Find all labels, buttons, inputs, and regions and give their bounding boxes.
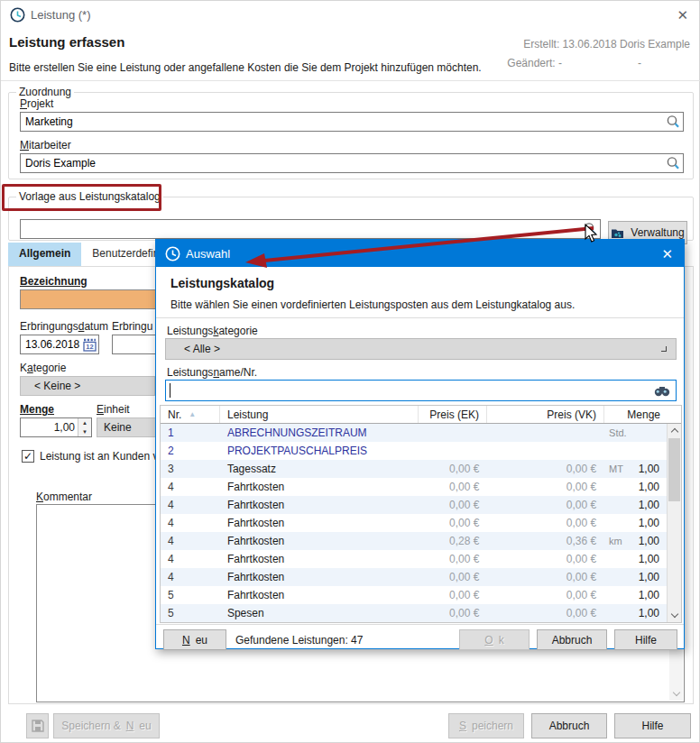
clock-icon (10, 7, 25, 23)
table-row[interactable]: 5Fahrtkosten0,00 €0,00 €1,00 (161, 586, 667, 604)
close-icon[interactable]: ✕ (661, 246, 673, 262)
dialog-hilfe-button[interactable]: Hilfe (614, 629, 677, 650)
stepper-up-icon[interactable]: ▲ (78, 418, 91, 427)
record-meta: Erstellt: 13.06.2018 Doris Example Geänd… (507, 38, 690, 69)
vorlage-input[interactable] (20, 219, 601, 239)
kategorie-select[interactable]: < Keine > (20, 376, 155, 396)
vorlage-legend: Vorlage aus Leistungskatalog (16, 190, 163, 203)
dialog-abbruch-button[interactable]: Abbruch (537, 629, 607, 650)
leistungskategorie-select[interactable]: < Alle > (165, 338, 677, 360)
cell-preis-ek: 0,00 € (418, 517, 486, 529)
table-row[interactable]: 4Fahrtkosten0,00 €0,00 €1,00 (161, 550, 667, 568)
mitarbeiter-label: Mitarbeiter (20, 139, 71, 151)
table-scrollbar[interactable] (667, 424, 681, 622)
cell-menge: 1,00 (627, 481, 667, 493)
scrollbar-thumb[interactable] (668, 438, 680, 501)
page-title: Leistung erfassen (9, 34, 124, 50)
cell-preis-vk: 0,00 € (486, 571, 603, 583)
hilfe-button[interactable]: Hilfe (614, 713, 691, 738)
table-row[interactable]: 4Fahrtkosten0,00 €0,00 €1,00 (161, 478, 667, 496)
dialog-separator (156, 317, 684, 318)
cell-einheit: Std. (603, 427, 627, 438)
cell-leistung: ABRECHNUNGSZEITRAUM (220, 427, 419, 439)
found-count-text: Gefundene Leistungen: 47 (235, 634, 363, 647)
column-header-preis-vk[interactable]: Preis (VK) (487, 406, 604, 423)
search-icon[interactable] (583, 222, 598, 237)
mitarbeiter-input[interactable] (20, 153, 684, 173)
dialog-title: Auswahl (186, 247, 230, 261)
leistungsname-input[interactable] (165, 380, 677, 401)
table-row[interactable]: 5Spesen0,00 €0,00 €1,00 (161, 604, 667, 622)
zuordnung-legend: Zuordnung (16, 86, 74, 98)
floppy-icon (32, 720, 44, 732)
kategorie-label: Kategorie (20, 362, 66, 374)
cell-einheit: MT (603, 463, 627, 474)
menge-stepper[interactable]: 1,00 ▲ ▼ (20, 417, 92, 437)
cell-preis-ek: 0,00 € (418, 553, 486, 565)
abbruch-button[interactable]: Abbruch (531, 713, 607, 738)
leistungskategorie-label: Leistungskategorie (167, 325, 258, 337)
neu-button[interactable]: Neu (163, 629, 226, 650)
cell-nr: 4 (161, 499, 220, 511)
speichern-button[interactable]: Speichern (448, 713, 524, 738)
dialog-heading: Leistungskatalog (170, 276, 274, 290)
cell-einheit: km (603, 536, 627, 546)
search-icon[interactable] (666, 115, 681, 130)
cell-preis-ek: 0,28 € (418, 535, 486, 547)
leistungskatalog-table: Nr. ▲ Leistung Preis (EK) Preis (VK) Men… (160, 405, 682, 623)
selected-kategorie: < Alle > (184, 343, 220, 355)
dialog-description: Bitte wählen Sie einen vordefinierten Le… (170, 298, 575, 311)
cell-leistung: Spesen (220, 607, 419, 619)
calendar-icon[interactable]: 12 (83, 338, 97, 352)
save-icon-button[interactable] (26, 713, 49, 738)
cell-menge: 1,00 (627, 607, 667, 619)
close-icon[interactable]: ✕ (677, 7, 688, 23)
column-header-nr[interactable]: Nr. ▲ (161, 406, 220, 423)
cell-leistung: Fahrtkosten (220, 571, 419, 583)
stepper-down-icon[interactable]: ▼ (78, 427, 91, 436)
scroll-up-icon[interactable] (668, 424, 681, 437)
cell-preis-ek: 0,00 € (418, 499, 486, 511)
cell-nr: 4 (161, 517, 220, 529)
cell-leistung: Fahrtkosten (220, 481, 419, 493)
binoculars-icon (654, 385, 670, 397)
table-row[interactable]: 4Fahrtkosten0,00 €0,00 €1,00 (161, 568, 667, 586)
speichern-neu-button[interactable]: Speichern & Neu (53, 713, 160, 738)
menge-label: Menge (20, 403, 54, 416)
vorlage-group: Vorlage aus Leistungskatalog Verwaltung (8, 190, 694, 241)
table-row[interactable]: 4Fahrtkosten0,00 €0,00 €1,00 (161, 514, 667, 532)
column-header-preis-ek[interactable]: Preis (EK) (419, 406, 487, 423)
cell-nr: 4 (161, 553, 220, 565)
erbringungszeit-label: Erbringu (112, 320, 155, 333)
cell-preis-ek: 0,00 € (418, 571, 486, 583)
table-row[interactable]: 2PROJEKTPAUSCHALPREIS (161, 442, 667, 460)
cell-preis-vk: 0,00 € (486, 499, 603, 511)
cell-preis-ek: 0,00 € (418, 481, 486, 493)
projekt-input[interactable] (20, 112, 684, 132)
table-row[interactable]: 4Fahrtkosten0,00 €0,00 €1,00 (161, 496, 667, 514)
window-titlebar: Leistung (*) ✕ (1, 1, 699, 28)
created-text: Erstellt: 13.06.2018 Doris Example (507, 38, 690, 50)
cell-preis-ek: 0,00 € (418, 607, 486, 619)
ok-button[interactable]: Ok (459, 629, 530, 650)
cell-preis-vk: 0,00 € (486, 517, 603, 529)
table-header: Nr. ▲ Leistung Preis (EK) Preis (VK) Men… (161, 406, 681, 424)
cell-leistung: Fahrtkosten (220, 535, 419, 547)
cell-leistung: PROJEKTPAUSCHALPREIS (220, 445, 419, 457)
table-row[interactable]: 4Fahrtkosten0,28 €0,36 €km1,00 (161, 532, 667, 550)
column-header-leistung[interactable]: Leistung (220, 406, 419, 423)
table-row[interactable]: 3Tagessatz0,00 €0,00 €MT1,00 (161, 460, 667, 478)
cell-leistung: Fahrtkosten (220, 499, 419, 511)
zuordnung-group: Zuordnung Projekt Mitarbeiter (8, 86, 694, 179)
table-row[interactable]: 1ABRECHNUNGSZEITRAUMStd. (161, 424, 667, 442)
tab-allgemein[interactable]: Allgemein (8, 243, 81, 266)
column-header-menge[interactable]: Menge (604, 406, 668, 423)
scroll-down-icon[interactable] (669, 687, 683, 701)
checkbox-check-icon[interactable]: ✓ (22, 450, 34, 463)
search-icon[interactable] (666, 156, 681, 171)
sort-asc-icon: ▲ (189, 410, 196, 418)
cell-nr: 2 (161, 445, 220, 457)
catalog-table-body: 1ABRECHNUNGSZEITRAUMStd.2PROJEKTPAUSCHAL… (161, 424, 667, 622)
verrechenbar-checkbox[interactable]: ✓ Leistung ist an Kunden verrechenbar (22, 450, 157, 463)
scroll-down-icon[interactable] (668, 609, 681, 622)
